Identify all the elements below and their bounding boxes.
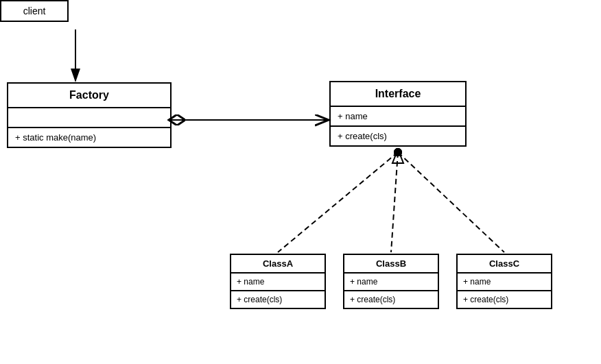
class-a-box: ClassA + name + create(cls) [230, 254, 326, 309]
factory-section-2: + static make(name) [8, 128, 170, 147]
client-box: client [0, 0, 69, 22]
class-b-box: ClassB + name + create(cls) [343, 254, 439, 309]
class-c-box: ClassC + name + create(cls) [456, 254, 552, 309]
class-c-section-2: + create(cls) [458, 291, 551, 308]
client-label: client [23, 5, 46, 16]
class-b-section-2: + create(cls) [344, 291, 438, 308]
class-a-title: ClassA [231, 255, 325, 274]
diagram-container: client Factory + static make(name) Inter… [0, 0, 601, 364]
class-b-title: ClassB [344, 255, 438, 274]
interface-box: Interface + name + create(cls) [329, 81, 467, 147]
interface-section-1: + name [331, 107, 465, 127]
class-c-title: ClassC [458, 255, 551, 274]
interface-to-classc-line [398, 152, 504, 252]
class-a-section-1: + name [231, 274, 325, 291]
interface-title: Interface [331, 82, 465, 107]
interface-to-classb-line [391, 152, 398, 252]
class-c-section-1: + name [458, 274, 551, 291]
dashed-arrowhead-triangle [392, 149, 403, 163]
class-b-section-1: + name [344, 274, 438, 291]
class-a-section-2: + create(cls) [231, 291, 325, 308]
factory-title: Factory [8, 84, 170, 108]
factory-section-1 [8, 108, 170, 128]
interface-to-classa-line [278, 152, 398, 252]
factory-box: Factory + static make(name) [7, 82, 172, 148]
interface-section-2: + create(cls) [331, 127, 465, 145]
arrows-overlay [0, 0, 601, 364]
